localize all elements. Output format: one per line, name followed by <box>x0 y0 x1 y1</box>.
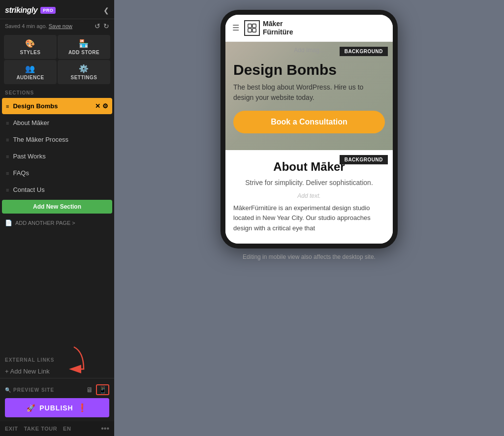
sidebar: strikingly PRO ❮ Saved 4 min ago. Save n… <box>0 0 114 436</box>
section-item-design-bombs[interactable]: ≡ Design Bombs ✕ ⚙ <box>2 98 112 114</box>
section-item-past-works[interactable]: ≡ Past Works <box>2 148 112 164</box>
hero-title[interactable]: Design Bombs <box>233 62 385 78</box>
about-section: BACKGROUND About Māker Strive for simpli… <box>225 150 393 244</box>
section-label: Design Bombs <box>13 102 91 110</box>
section-label: Past Works <box>13 153 108 160</box>
about-body[interactable]: MākerFürnitüre is an experimental design… <box>233 203 385 234</box>
logo-area: strikingly PRO <box>5 6 56 15</box>
add-another-page-button[interactable]: 📄 ADD ANOTHER PAGE > <box>0 216 114 230</box>
preview-icons-group: 🖥 📱 <box>85 384 109 395</box>
sidebar-bottom: 🔍 PREVIEW SITE 🖥 📱 🚀 PUBLISH ❗ <box>0 378 114 421</box>
main-content: ☰ Māker Fürnitüre <box>114 0 504 436</box>
preview-label: 🔍 PREVIEW SITE <box>5 387 54 393</box>
exit-button[interactable]: EXIT <box>5 426 18 432</box>
more-options-icon[interactable]: ••• <box>101 424 109 433</box>
search-icon: 🔍 <box>5 387 11 393</box>
app-logo: strikingly <box>5 6 37 15</box>
language-selector[interactable]: EN <box>63 426 71 432</box>
sidebar-header: strikingly PRO ❮ <box>0 0 114 19</box>
section-item-contact-us[interactable]: ≡ Contact Us <box>2 182 112 198</box>
hero-section: BACKGROUND Add Imag... Design Bombs The … <box>225 42 393 150</box>
drag-handle-icon: ≡ <box>6 120 9 126</box>
redo-button[interactable]: ↻ <box>103 22 109 30</box>
page-icon: 📄 <box>5 219 12 226</box>
add-store-button[interactable]: 🏪 ADD STORE <box>58 35 110 59</box>
add-new-link-button[interactable]: + Add New Link <box>0 365 114 378</box>
brand-name: Māker Fürnitüre <box>263 20 293 36</box>
section-remove-icon[interactable]: ✕ <box>95 102 100 110</box>
add-text-placeholder[interactable]: Add text. <box>233 192 385 199</box>
section-label: FAQs <box>13 169 108 177</box>
hero-subtitle[interactable]: The best blog about WordPress. Hire us t… <box>233 82 385 103</box>
store-icon: 🏪 <box>79 39 89 48</box>
phone-nav: ☰ Māker Fürnitüre <box>225 15 393 42</box>
phone-mockup: ☰ Māker Fürnitüre <box>220 10 398 249</box>
svg-rect-2 <box>252 24 256 28</box>
section-item-faqs[interactable]: ≡ FAQs <box>2 165 112 181</box>
sections-label: SECTIONS <box>0 86 114 97</box>
external-links-label: EXTERNAL LINKS <box>0 353 114 365</box>
section-label: Contact Us <box>13 186 108 193</box>
drag-handle-icon: ≡ <box>6 154 9 159</box>
section-settings-icon[interactable]: ⚙ <box>102 102 108 110</box>
preview-site-row: 🔍 PREVIEW SITE 🖥 📱 <box>5 382 109 398</box>
add-new-section-button[interactable]: Add New Section <box>2 200 112 214</box>
brand-icon <box>244 20 260 36</box>
styles-icon: 🎨 <box>25 39 35 48</box>
audience-button[interactable]: 👥 AUDIENCE <box>4 60 57 84</box>
section-item-about-maker[interactable]: ≡ About Māker <box>2 115 112 131</box>
about-background-button[interactable]: BACKGROUND <box>340 155 388 164</box>
sidebar-collapse-icon[interactable]: ❮ <box>103 6 109 14</box>
phone-screen: ☰ Māker Fürnitüre <box>225 15 393 244</box>
publish-button[interactable]: 🚀 PUBLISH ❗ <box>5 398 109 417</box>
undo-redo-group: ↺ ↻ <box>94 22 109 30</box>
section-label: The Māker Process <box>13 136 108 143</box>
drag-handle-icon: ≡ <box>6 137 9 143</box>
settings-button[interactable]: ⚙️ SETTINGS <box>58 60 110 84</box>
svg-rect-4 <box>252 29 256 32</box>
desktop-view-button[interactable]: 🖥 <box>85 385 94 395</box>
audience-icon: 👥 <box>25 64 35 73</box>
drag-handle-icon: ≡ <box>6 170 9 176</box>
take-tour-button[interactable]: TAKE TOUR <box>24 426 57 432</box>
svg-rect-1 <box>248 24 252 28</box>
brand-logo: Māker Fürnitüre <box>244 20 293 36</box>
about-tagline[interactable]: Strive for simplicity. Deliver sophistic… <box>233 179 385 187</box>
publish-warning-icon: ❗ <box>77 403 88 412</box>
section-label: About Māker <box>13 119 108 126</box>
footer-left-group: EXIT TAKE TOUR EN <box>5 426 71 432</box>
undo-button[interactable]: ↺ <box>94 22 100 30</box>
pro-badge: PRO <box>40 7 56 14</box>
publish-rocket-icon: 🚀 <box>27 404 35 412</box>
save-now-link[interactable]: Save now <box>49 23 72 29</box>
drag-handle-icon: ≡ <box>6 103 9 109</box>
section-list: ≡ Design Bombs ✕ ⚙ ≡ About Māker ≡ The M… <box>0 97 114 353</box>
hamburger-icon[interactable]: ☰ <box>232 23 239 32</box>
mobile-view-button[interactable]: 📱 <box>96 384 109 395</box>
settings-icon: ⚙️ <box>79 64 89 73</box>
svg-rect-3 <box>248 29 252 32</box>
sidebar-footer: EXIT TAKE TOUR EN ••• <box>0 421 114 436</box>
styles-button[interactable]: 🎨 STYLES <box>4 35 57 59</box>
drag-handle-icon: ≡ <box>6 187 9 193</box>
saved-text: Saved 4 min ago. Save now <box>5 23 72 29</box>
section-item-maker-process[interactable]: ≡ The Māker Process <box>2 131 112 148</box>
hero-content: Design Bombs The best blog about WordPre… <box>225 42 393 143</box>
top-buttons-group: 🎨 STYLES 🏪 ADD STORE 👥 AUDIENCE ⚙️ SETTI… <box>0 33 114 86</box>
cta-button[interactable]: Book a Consultation <box>233 111 385 133</box>
mobile-view-note: Editing in mobile view also affects the … <box>243 253 376 260</box>
saved-bar: Saved 4 min ago. Save now ↺ ↻ <box>0 19 114 33</box>
